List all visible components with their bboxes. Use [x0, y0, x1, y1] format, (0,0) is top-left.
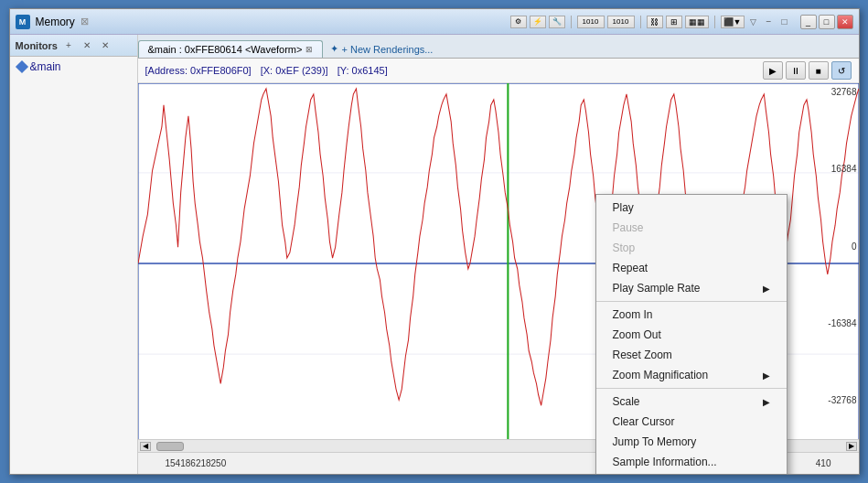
remove2-monitor-button[interactable]: ✕ [98, 38, 113, 53]
monitors-label: Monitors [16, 40, 58, 51]
tab-waveform-label: &main : 0xFFE80614 <Waveform> [148, 44, 303, 55]
waveform-controls: ▶ ⏸ ■ ↺ [763, 61, 852, 80]
new-renderings-button[interactable]: ✦ + New Renderings... [323, 40, 440, 58]
cm-zoom-out[interactable]: Zoom Out [596, 325, 787, 345]
window-title: Memory [36, 16, 75, 28]
cm-repeat-label: Repeat [613, 262, 648, 274]
toolbar-icon-7[interactable]: ⊞ [666, 16, 682, 28]
maximize-button[interactable]: □ [819, 15, 835, 29]
pause-button[interactable]: ⏸ [786, 61, 806, 80]
cm-zoom-in[interactable]: Zoom In [596, 305, 787, 325]
plus-icon: ✦ [330, 43, 338, 55]
toolbar-dropdown[interactable]: ▽ [747, 16, 760, 28]
cm-zoom-in-label: Zoom In [613, 308, 653, 321]
app-icon: M [16, 15, 30, 29]
scroll-left-button[interactable]: ◀ [140, 442, 151, 451]
play-button[interactable]: ▶ [763, 61, 783, 80]
cm-play-sample-rate[interactable]: Play Sample Rate ▶ [596, 278, 787, 298]
repeat-button[interactable]: ↺ [831, 61, 852, 80]
cm-jump-to-memory-label: Jump To Memory [613, 435, 697, 448]
toolbar-icon-8[interactable]: ▦▦ [685, 16, 709, 28]
context-menu: Play Pause Stop Repeat Play Sample Rate … [595, 194, 788, 474]
sidebar-header: Monitors + ✕ ✕ [10, 35, 137, 57]
waveform-coords: [Address: 0xFFE806F0] [X: 0xEF (239)] [Y… [145, 65, 388, 76]
sep [571, 16, 572, 28]
cm-arrow-icon: ▶ [763, 284, 770, 294]
remove-monitor-button[interactable]: ✕ [80, 38, 94, 53]
cm-clear-cursor[interactable]: Clear Cursor [596, 412, 787, 432]
tab-bar: &main : 0xFFE80614 <Waveform> ⊠ ✦ + New … [138, 35, 859, 59]
waveform-container: [Address: 0xFFE806F0] [X: 0xEF (239)] [Y… [138, 59, 859, 474]
x-coord-label: [X: 0xEF (239)] [261, 65, 328, 76]
cm-jump-to-memory[interactable]: Jump To Memory [596, 432, 787, 452]
toolbar-icon-3[interactable]: 🔧 [549, 16, 565, 28]
x-label-154: 154 [166, 458, 181, 468]
x-label-250: 250 [211, 458, 227, 468]
cm-reset-zoom-label: Reset Zoom [613, 349, 672, 361]
diamond-icon [15, 60, 27, 73]
cm-repeat[interactable]: Repeat [596, 258, 787, 278]
stop-button[interactable]: ■ [809, 61, 829, 80]
y-coord-label: [Y: 0x6145] [338, 65, 388, 76]
cm-clear-cursor-label: Clear Cursor [613, 415, 675, 428]
cm-reset-zoom[interactable]: Reset Zoom [596, 345, 787, 365]
cm-scale[interactable]: Scale ▶ [596, 392, 787, 412]
cm-zoom-magnification[interactable]: Zoom Magnification ▶ [596, 365, 787, 385]
cm-sample-info[interactable]: Sample Information... [596, 452, 787, 472]
cm-pause[interactable]: Pause [596, 218, 787, 238]
cm-zoom-magnification-label: Zoom Magnification [613, 369, 709, 381]
close-button[interactable]: ✕ [837, 15, 853, 29]
cm-play-sample-rate-label: Play Sample Rate [613, 282, 701, 295]
sep3 [714, 16, 715, 28]
toolbar-icon-4[interactable]: 1010 [577, 16, 605, 28]
cm-separator-1 [596, 301, 787, 302]
waveform-info-bar: [Address: 0xFFE806F0] [X: 0xEF (239)] [Y… [138, 59, 859, 83]
cm-properties[interactable]: Properties... [596, 472, 787, 474]
y-label-16384: 16384 [831, 164, 857, 174]
cm-scale-arrow-icon: ▶ [763, 397, 770, 407]
tab-close-icon[interactable]: ⊠ [305, 45, 313, 54]
cm-stop-label: Stop [613, 242, 636, 254]
add-monitor-button[interactable]: + [61, 38, 76, 53]
toolbar-icon-1[interactable]: ⚙ [510, 16, 527, 28]
minimize-button[interactable]: _ [800, 15, 817, 29]
toolbar-restore[interactable]: □ [778, 16, 791, 28]
y-axis-labels: 32768 16384 0 -16384 -32768 [828, 83, 856, 409]
editor-area: &main : 0xFFE80614 <Waveform> ⊠ ✦ + New … [138, 35, 859, 474]
toolbar-icon-5[interactable]: 1010 [607, 16, 635, 28]
x-label-410: 410 [816, 458, 831, 468]
y-label-32768: 32768 [831, 87, 857, 97]
window-title-tab: ⊠ [80, 16, 89, 27]
scroll-right-button[interactable]: ▶ [846, 442, 857, 451]
sidebar-item-label: &main [30, 60, 61, 73]
cm-sample-info-label: Sample Information... [613, 456, 717, 468]
title-bar: M Memory ⊠ ⚙ ⚡ 🔧 1010 1010 ⛓ ⊞ ▦▦ ⬛▼ ▽ − [10, 9, 859, 35]
cm-scale-label: Scale [613, 395, 640, 408]
y-label-neg16384: -16384 [828, 318, 856, 328]
cm-separator-2 [596, 388, 787, 389]
toolbar-icon-6[interactable]: ⛓ [647, 16, 663, 28]
x-label-218: 218 [196, 458, 211, 468]
main-window: M Memory ⊠ ⚙ ⚡ 🔧 1010 1010 ⛓ ⊞ ▦▦ ⬛▼ ▽ − [9, 8, 860, 475]
cm-stop[interactable]: Stop [596, 238, 787, 258]
sidebar-item-main[interactable]: &main [10, 57, 137, 77]
toolbar-icon-9[interactable]: ⬛▼ [721, 16, 745, 28]
title-bar-left: M Memory ⊠ [16, 15, 89, 29]
address-label: [Address: 0xFFE806F0] [145, 65, 252, 76]
title-bar-controls: ⚙ ⚡ 🔧 1010 1010 ⛓ ⊞ ▦▦ ⬛▼ ▽ − □ _ □ ✕ [510, 15, 853, 29]
cm-play[interactable]: Play [596, 198, 787, 218]
toolbar-icon-2[interactable]: ⚡ [530, 16, 546, 28]
x-label-186: 186 [180, 458, 196, 468]
main-content: Monitors + ✕ ✕ &main &main : 0xFFE80614 … [10, 35, 859, 474]
toolbar-minus[interactable]: − [763, 16, 776, 28]
scroll-thumb[interactable] [156, 442, 184, 451]
cm-play-label: Play [613, 201, 634, 214]
y-label-0: 0 [852, 242, 857, 252]
tab-waveform[interactable]: &main : 0xFFE80614 <Waveform> ⊠ [138, 40, 324, 58]
sep2 [640, 16, 641, 28]
sidebar: Monitors + ✕ ✕ &main [10, 35, 138, 474]
y-label-neg32768: -32768 [828, 395, 856, 405]
cm-zoom-mag-arrow-icon: ▶ [763, 370, 770, 381]
cm-pause-label: Pause [613, 221, 644, 234]
new-renderings-label: + New Renderings... [341, 44, 433, 55]
